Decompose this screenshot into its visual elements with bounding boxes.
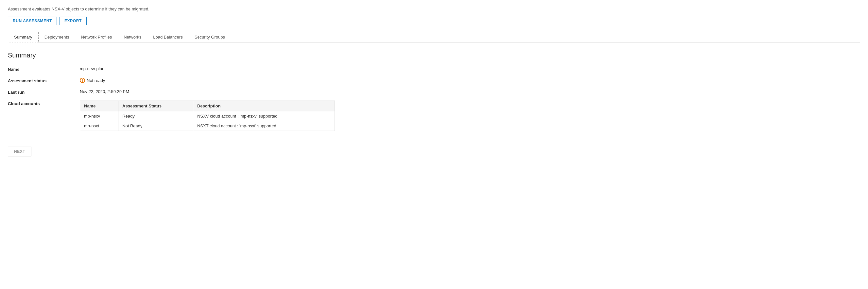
tab-networks[interactable]: Networks [118, 32, 147, 42]
assessment-status-label: Assessment status [8, 78, 80, 83]
col-name: Name [80, 101, 118, 111]
row-description: NSXV cloud account : 'mp-nsxv' supported… [193, 111, 335, 121]
table-header-row: Name Assessment Status Description [80, 101, 335, 111]
row-description: NSXT cloud account : 'mp-nsxt' supported… [193, 121, 335, 131]
toolbar: RUN ASSESSMENT EXPORT [8, 17, 860, 25]
row-status: Ready [118, 111, 193, 121]
table-row: mp-nsxvReadyNSXV cloud account : 'mp-nsx… [80, 111, 335, 121]
assessment-status-value: ! Not ready [80, 78, 105, 83]
name-row: Name mp-new-plan [8, 66, 860, 72]
assessment-status-row: Assessment status ! Not ready [8, 78, 860, 83]
page-description: Assessment evaluates NSX-V objects to de… [8, 6, 860, 11]
next-button-container: NEXT [8, 137, 860, 156]
name-label: Name [8, 66, 80, 72]
col-description: Description [193, 101, 335, 111]
table-row: mp-nsxtNot ReadyNSXT cloud account : 'mp… [80, 121, 335, 131]
cloud-accounts-label: Cloud accounts [8, 101, 80, 106]
last-run-value: Nov 22, 2020, 2:59:29 PM [80, 89, 129, 94]
export-button[interactable]: EXPORT [60, 17, 87, 25]
tab-summary[interactable]: Summary [8, 32, 39, 42]
cloud-accounts-row: Cloud accounts Name Assessment Status De… [8, 101, 860, 131]
summary-title: Summary [8, 51, 860, 59]
tab-bar: Summary Deployments Network Profiles Net… [8, 32, 860, 42]
col-assessment-status: Assessment Status [118, 101, 193, 111]
name-value: mp-new-plan [80, 66, 104, 71]
last-run-label: Last run [8, 89, 80, 95]
row-name: mp-nsxt [80, 121, 118, 131]
row-name: mp-nsxv [80, 111, 118, 121]
tab-security-groups[interactable]: Security Groups [189, 32, 231, 42]
row-status: Not Ready [118, 121, 193, 131]
tab-deployments[interactable]: Deployments [39, 32, 75, 42]
summary-section: Summary Name mp-new-plan Assessment stat… [8, 51, 860, 131]
next-button[interactable]: NEXT [8, 147, 31, 156]
tab-network-profiles[interactable]: Network Profiles [75, 32, 118, 42]
run-assessment-button[interactable]: RUN ASSESSMENT [8, 17, 57, 25]
last-run-row: Last run Nov 22, 2020, 2:59:29 PM [8, 89, 860, 95]
cloud-accounts-table: Name Assessment Status Description mp-ns… [80, 101, 335, 131]
tab-load-balancers[interactable]: Load Balancers [147, 32, 188, 42]
status-text: Not ready [87, 78, 105, 83]
not-ready-icon: ! [80, 78, 85, 83]
